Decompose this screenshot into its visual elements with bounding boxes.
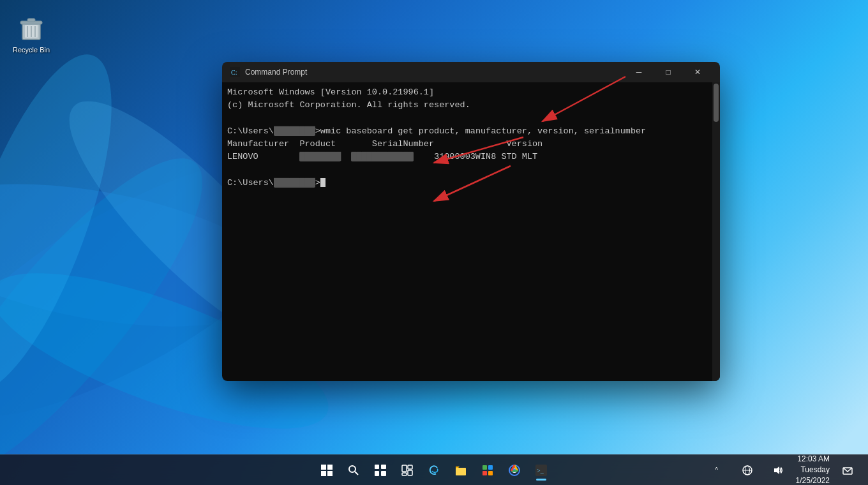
cmd-line-3 [227,112,715,125]
svg-rect-31 [402,473,407,475]
svg-line-23 [355,472,358,475]
svg-rect-30 [408,470,412,475]
clock-year: 1/25/2022 [796,475,830,485]
store-button[interactable] [475,458,500,483]
cmd-prompt-2-suffix: > [315,178,320,188]
svg-rect-32 [456,468,466,475]
cmd-line-6: LENOVO ████████ ████████████ 31900003WIN… [227,151,715,163]
cmd-line-5: Manufacturer Product SerialNumber Versio… [227,138,715,151]
svg-rect-24 [375,465,379,469]
svg-point-4 [0,37,144,410]
chrome-button[interactable] [502,458,527,483]
notification-button[interactable] [835,458,860,483]
network-button[interactable] [735,458,760,483]
terminal-button[interactable]: >_ [528,458,554,483]
svg-rect-19 [327,465,333,470]
maximize-button[interactable]: □ [654,62,683,82]
svg-rect-18 [321,465,326,470]
taskbar-right: ^ 12:03 AM Tuesday [704,454,860,485]
volume-button[interactable] [765,458,791,483]
clock[interactable]: 12:03 AM Tuesday 1/25/2022 [796,454,830,485]
cmd-serial-redacted: ████████████ [351,152,413,161]
chevron-up-icon: ^ [715,466,718,474]
cmd-titlebar: C: Command Prompt ─ □ ✕ [222,62,720,82]
svg-rect-12 [25,25,38,38]
svg-marker-45 [774,466,779,474]
cmd-body: Microsoft Windows [Version 10.0.21996.1]… [222,82,720,381]
svg-rect-29 [408,465,412,469]
svg-rect-20 [321,471,326,476]
recycle-bin[interactable]: Recycle Bin [10,10,52,56]
svg-text:>_: >_ [537,467,544,474]
svg-rect-36 [488,471,493,475]
close-button[interactable]: ✕ [683,62,712,82]
cmd-line-4: C:\Users\████████>wmic baseboard get pro… [227,125,715,138]
desktop: Recycle Bin C: Command Prompt ─ □ ✕ Micr… [0,0,868,485]
svg-rect-34 [488,465,493,470]
cmd-scrollbar-thumb[interactable] [714,84,719,122]
svg-rect-21 [327,471,333,476]
svg-point-2 [0,126,239,485]
recycle-bin-icon [16,13,47,43]
widgets-button[interactable] [394,458,420,483]
file-explorer-button[interactable] [448,458,474,483]
cmd-cursor [320,178,326,187]
cmd-titlebar-controls: ─ □ ✕ [624,62,712,82]
svg-rect-25 [381,465,386,469]
search-button[interactable] [341,458,366,483]
svg-rect-27 [381,471,386,476]
clock-time: 12:03 AM [796,454,830,465]
cmd-line-1: Microsoft Windows [Version 10.0.21996.1] [227,86,715,99]
cmd-line-8: C:\Users\████████> [227,177,715,190]
task-view-button[interactable] [368,458,393,483]
cmd-prompt-2-prefix: C:\Users\ [227,178,274,188]
cmd-scrollbar[interactable] [712,82,720,381]
cmd-manufacturer: LENOVO [227,152,299,161]
edge-button[interactable] [421,458,447,483]
cmd-line-7 [227,164,715,177]
cmd-window: C: Command Prompt ─ □ ✕ Microsoft Window… [222,62,720,381]
svg-rect-28 [402,465,407,472]
cmd-gap [341,152,351,161]
cmd-command: >wmic baseboard get product, manufacture… [315,126,646,136]
cmd-product-redacted: ████████ [299,152,341,161]
cmd-user-2-redacted: ████████ [274,178,315,188]
minimize-button[interactable]: ─ [624,62,654,82]
cmd-icon: C: [230,67,240,77]
taskbar: >_ ^ [0,454,868,485]
svg-rect-35 [483,471,487,475]
svg-rect-8 [27,19,35,22]
cmd-version: 31900003WIN8 STD MLT [414,152,537,161]
tray-expand-button[interactable]: ^ [704,458,730,483]
cmd-user-redacted: ████████ [274,126,315,136]
svg-point-22 [349,466,355,472]
cmd-line-2: (c) Microsoft Corporation. All rights re… [227,99,715,112]
svg-rect-26 [375,471,379,476]
start-button[interactable] [314,458,340,483]
svg-rect-33 [483,465,487,470]
clock-date: Tuesday [796,465,830,475]
svg-text:C:: C: [231,69,237,76]
cmd-prompt-prefix: C:\Users\ [227,126,274,136]
recycle-bin-label: Recycle Bin [13,46,50,54]
cmd-title: Command Prompt [245,68,619,77]
taskbar-center: >_ [314,458,554,483]
